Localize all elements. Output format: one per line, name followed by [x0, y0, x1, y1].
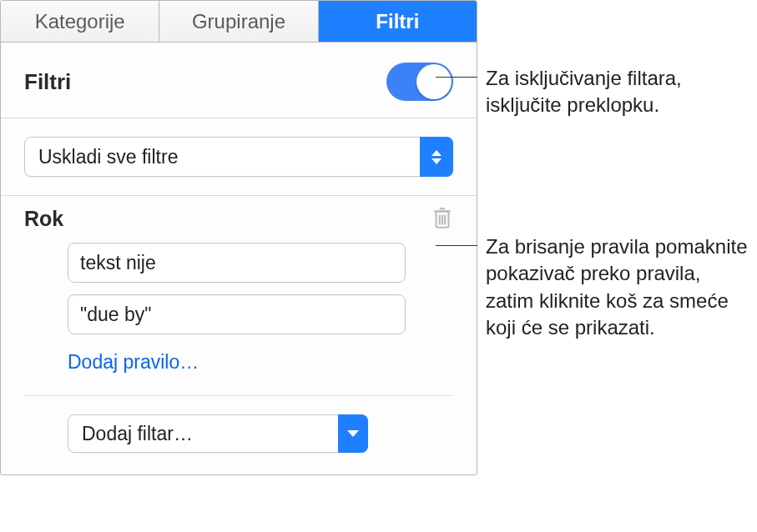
callout-trash: Za brisanje pravila pomaknite pokazivač …: [451, 233, 751, 342]
section-header: Filtri: [1, 43, 477, 118]
tab-bar: Kategorije Grupiranje Filtri: [1, 1, 477, 43]
panel-body: Uskladi sve filtre Rok: [1, 118, 477, 474]
tab-categories[interactable]: Kategorije: [1, 1, 159, 42]
divider: [24, 395, 453, 396]
rule-title: Rok: [24, 207, 63, 231]
callout-text: Za brisanje pravila pomaknite pokazivač …: [486, 233, 751, 342]
callout-text: Za isključivanje filtara, isključite pre…: [486, 65, 751, 119]
tab-label: Filtri: [376, 10, 419, 33]
rule-condition-input[interactable]: tekst nije: [68, 243, 406, 283]
callout-toggle: Za isključivanje filtara, isključite pre…: [451, 65, 751, 119]
trash-icon[interactable]: [431, 206, 453, 231]
divider: [1, 195, 477, 196]
tab-label: Grupiranje: [192, 10, 285, 33]
rule-body: tekst nije "due by" Dodaj pravilo…: [24, 243, 453, 374]
add-rule-link[interactable]: Dodaj pravilo…: [68, 351, 199, 374]
toggle-knob: [416, 64, 452, 99]
tab-grouping[interactable]: Grupiranje: [159, 1, 318, 42]
select-label: Uskladi sve filtre: [38, 146, 178, 168]
rule-condition-value: tekst nije: [80, 252, 156, 274]
match-filter-value: Uskladi sve filtre: [24, 137, 453, 177]
add-filter-select[interactable]: Dodaj filtar…: [68, 414, 368, 453]
filter-panel: Kategorije Grupiranje Filtri Filtri Uskl…: [0, 0, 477, 475]
match-filter-select[interactable]: Uskladi sve filtre: [24, 137, 453, 177]
add-filter-value: Dodaj filtar…: [68, 414, 368, 453]
filters-toggle[interactable]: [386, 63, 453, 101]
stepper-icon: [420, 137, 453, 177]
tab-filters[interactable]: Filtri: [319, 1, 477, 42]
rule-header: Rok: [24, 206, 453, 231]
tab-label: Kategorije: [35, 10, 125, 33]
chevron-down-icon: [338, 414, 368, 453]
rule-value-input[interactable]: "due by": [68, 294, 406, 334]
select-label: Dodaj filtar…: [82, 423, 193, 445]
section-title: Filtri: [24, 69, 71, 95]
rule-value-text: "due by": [80, 304, 151, 326]
